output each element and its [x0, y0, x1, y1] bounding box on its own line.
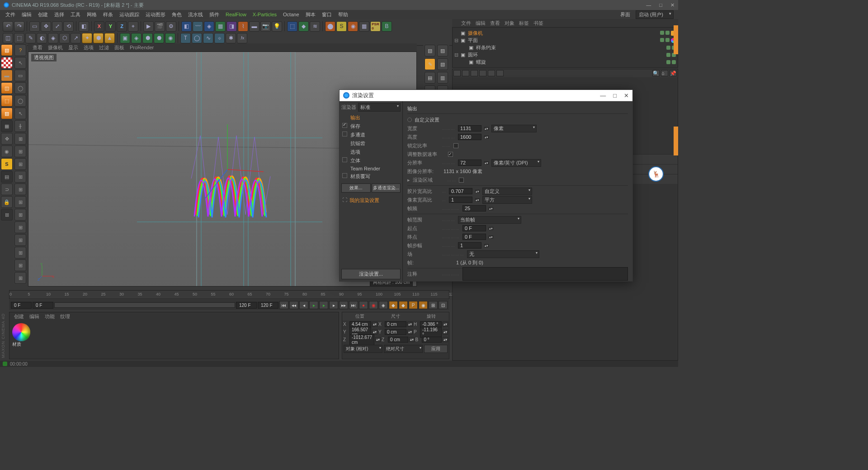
tool-row2-5[interactable]: ◈	[48, 33, 58, 43]
col-button[interactable]: ╫	[14, 120, 26, 132]
effects-button[interactable]: 效果...	[341, 183, 371, 193]
side-tab-1[interactable]	[674, 25, 678, 54]
attr-search-icon[interactable]: 🔍	[652, 70, 660, 76]
r2[interactable]: ▨	[437, 45, 448, 56]
cube-primitive-button[interactable]: ◧	[181, 21, 192, 32]
array-button[interactable]: ▦	[215, 21, 226, 32]
width-spin[interactable]: ▴▾	[484, 127, 489, 130]
viewport-solo-button[interactable]: ▤	[1, 171, 13, 183]
tool-row2-fx[interactable]: .fx	[237, 33, 247, 43]
object-摄像机[interactable]: 摄像机	[468, 30, 483, 37]
move2-button[interactable]: ↖	[14, 108, 26, 119]
make-editable-button[interactable]: ▧	[1, 44, 13, 56]
attr-home-icon[interactable]: ⌂	[661, 70, 668, 76]
film-spin[interactable]: ▴▾	[475, 190, 480, 193]
region-checkbox[interactable]	[459, 178, 464, 183]
attr-icon-2[interactable]	[462, 70, 469, 76]
size-Z-field[interactable]: 0 cm	[388, 337, 408, 343]
attr-icon-3[interactable]	[471, 70, 478, 76]
res-spin[interactable]: ▴▾	[484, 161, 489, 164]
size-X-field[interactable]: 0 cm	[385, 321, 406, 327]
grid10-button[interactable]: ⊞	[14, 234, 26, 246]
tool-row2-10[interactable]: ▲	[104, 33, 115, 43]
menu-window[interactable]: 窗口	[319, 10, 335, 19]
key-s-button[interactable]: ◆	[399, 301, 408, 309]
play-forward-button[interactable]: ▸	[319, 301, 328, 309]
menu-octane[interactable]: Octane	[280, 11, 302, 18]
render-sidebar-立体[interactable]: 立体	[341, 156, 401, 165]
side-tab-2[interactable]	[674, 127, 678, 155]
render-sidebar-材质覆写[interactable]: 材质覆写	[341, 172, 401, 181]
key-p-button[interactable]: ◆	[389, 301, 398, 309]
object-样条约束[interactable]: 样条约束	[476, 44, 496, 51]
grid13-button[interactable]: ⊞	[14, 272, 26, 284]
effector-button[interactable]: ◆	[298, 21, 309, 32]
range-slider[interactable]	[54, 302, 235, 308]
start-field[interactable]: 0 F	[462, 225, 486, 231]
menu-mograph[interactable]: 运动图形	[143, 10, 168, 19]
render-view-button[interactable]: ▶	[143, 21, 154, 32]
om-tab-edit[interactable]: 编辑	[476, 20, 486, 27]
extrude-button[interactable]: ◨	[226, 21, 237, 32]
film-combo[interactable]: 自定义	[482, 188, 532, 195]
r3[interactable]: ▧	[437, 58, 448, 70]
grid4-button[interactable]: ⊞	[14, 158, 26, 170]
width-unit[interactable]: 像素	[491, 125, 537, 132]
range-start-field[interactable]: 0 F	[33, 302, 53, 309]
lasso2-button[interactable]: ◯	[14, 95, 26, 107]
menu-edit[interactable]: 编辑	[19, 10, 34, 19]
timeline[interactable]: 0510152025303540455055606570758085909510…	[9, 290, 449, 299]
menu-plugins[interactable]: 插件	[207, 10, 222, 19]
grid-button[interactable]: ⊞	[1, 209, 13, 221]
vp-menu-panel[interactable]: 面板	[114, 44, 124, 51]
range-combo[interactable]: 当前帧	[458, 216, 521, 224]
subdivision-button[interactable]: ◈	[204, 21, 214, 32]
prev-frame-button[interactable]: ◂	[299, 301, 308, 309]
key-opt2-button[interactable]: ⊡	[439, 301, 448, 309]
end-field[interactable]: 0 F	[462, 234, 486, 240]
menu-mesh[interactable]: 网格	[84, 10, 99, 19]
note-textarea[interactable]	[462, 267, 628, 281]
pixel-field[interactable]: 1	[449, 197, 472, 203]
om-tab-file[interactable]: 文件	[461, 20, 471, 27]
region-label[interactable]: 渲染区域	[413, 177, 444, 183]
field-combo[interactable]: 无	[467, 250, 539, 258]
object-tree[interactable]: ▣摄像机⊟▣平面▣样条约束⊟▣圆环▣螺旋	[452, 27, 678, 68]
grid8-button[interactable]: ⊞	[14, 209, 26, 221]
attr-pin-icon[interactable]: 📌	[670, 70, 677, 76]
object-圆环[interactable]: 圆环	[468, 52, 478, 58]
vp-menu-display[interactable]: 显示	[68, 44, 78, 51]
camera-button[interactable]: 📷	[260, 21, 271, 32]
grid2-button[interactable]: ⊞	[14, 133, 26, 145]
height-field[interactable]: 1600	[458, 134, 481, 140]
grid6-button[interactable]: ⊞	[14, 183, 26, 195]
plugin-button-1[interactable]: ⬤	[325, 21, 335, 32]
undo-button[interactable]: ↶	[3, 21, 13, 32]
render-settings-bottom-button[interactable]: 渲染设置...	[341, 269, 401, 279]
tool-row2-19[interactable]: ⟐	[214, 33, 225, 43]
grid7-button[interactable]: ⊞	[14, 196, 26, 208]
tool-row2-15[interactable]: ◉	[165, 33, 175, 43]
attr-icon-4[interactable]	[479, 70, 486, 76]
psr-button[interactable]: PSR0	[370, 21, 381, 32]
tool-row2-11[interactable]: ▣	[120, 33, 130, 43]
grid11-button[interactable]: ⊞	[14, 247, 26, 258]
move-button[interactable]: ✥	[41, 21, 51, 32]
renderer-select[interactable]: 标准	[358, 103, 401, 112]
bend-button[interactable]: ⌇	[238, 21, 248, 32]
key-pla-button[interactable]: ◉	[419, 301, 428, 309]
render-pv-button[interactable]: 🎬	[155, 21, 165, 32]
model-button[interactable]	[1, 57, 13, 69]
end-spin[interactable]: ▴▾	[489, 235, 493, 239]
tool-row2-9[interactable]: ⬢	[93, 33, 104, 43]
lasso-button[interactable]: ◯	[14, 82, 26, 94]
keyframe-button[interactable]: ◈	[379, 301, 388, 309]
mat-tab-create[interactable]: 创建	[14, 313, 24, 320]
help-icon[interactable]: ?	[14, 44, 26, 56]
menu-help[interactable]: 帮助	[335, 10, 351, 19]
coord-system-button[interactable]: ⌖	[128, 21, 138, 32]
pixel-combo[interactable]: 平方	[482, 196, 532, 204]
tool-row2-2[interactable]: ⬚	[14, 33, 24, 43]
rot-Y-field[interactable]: -11.196 °	[420, 327, 442, 338]
film-field[interactable]: 0.707	[449, 188, 472, 194]
